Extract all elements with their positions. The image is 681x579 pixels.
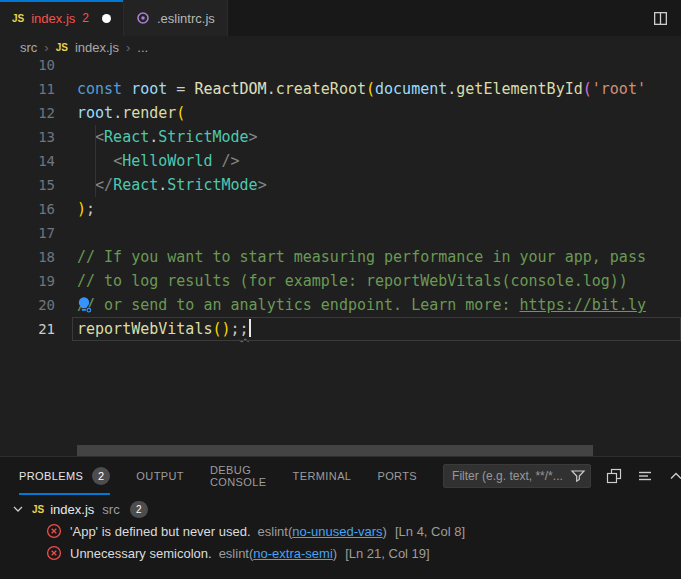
panel-tab-output[interactable]: OUTPUT [136,457,184,495]
tab-index-js[interactable]: JS index.js 2 [0,0,124,36]
panel-tab-label: DEBUG CONSOLE [210,464,267,488]
line-content[interactable]: ); [55,197,681,221]
code-line[interactable]: 21reportWebVitals();; [0,317,681,341]
problems-count-badge: 2 [92,467,110,485]
eslint-icon [136,11,150,25]
code-token: getElementById [456,80,582,98]
line-content[interactable]: </React.StrictMode> [55,173,681,197]
problem-location: [Ln 4, Col 8] [395,524,465,539]
line-content[interactable]: <HelloWorld /> [55,149,681,173]
code-line[interactable]: 20// or send to an analytics endpoint. L… [0,293,681,317]
tab-eslintrc-js[interactable]: .eslintrc.js [124,0,228,36]
js-file-icon: JS [32,504,44,515]
js-file-icon: JS [12,13,24,24]
code-token: > [258,176,267,194]
split-editor-icon[interactable] [652,10,669,27]
code-line[interactable]: 16); [0,197,681,221]
maximize-panel-icon[interactable] [668,468,681,484]
breadcrumb-symbol[interactable]: ... [137,40,148,55]
indent-guide [95,125,96,149]
code-token: // to log results (for example: reportWe… [77,272,628,290]
lightbulb-sparkle-icon[interactable] [75,296,93,314]
panel-tab-ports[interactable]: PORTS [377,457,417,495]
code-token: . [447,80,456,98]
line-number: 15 [0,173,55,197]
code-line[interactable]: 13 <React.StrictMode> [0,125,681,149]
problems-filter [443,464,591,488]
filter-input[interactable] [443,464,591,488]
code-line[interactable]: 12root.render( [0,101,681,125]
code-token [212,152,221,170]
line-content[interactable] [55,221,681,245]
panel-tab-label: PORTS [377,470,417,482]
indent-guide [95,149,96,173]
code-token: ; [240,320,249,338]
panel-tab-problems[interactable]: PROBLEMS2 [19,457,110,495]
tab-label: index.js [31,11,75,26]
code-token: > [249,128,258,146]
collapse-all-icon[interactable] [606,468,622,484]
panel-tab-terminal[interactable]: TERMINAL [293,457,352,495]
panel-tab-debug-console[interactable]: DEBUG CONSOLE [210,457,267,495]
panel-tab-label: TERMINAL [293,470,352,482]
code-token: // If you want to start measuring perfor… [77,248,646,266]
problems-file-row[interactable]: JSindex.jssrc2 [0,498,681,520]
line-number: 13 [0,125,55,149]
horizontal-scrollbar[interactable] [77,445,593,456]
problems-file-path: src [102,502,119,517]
error-icon [46,545,62,561]
modified-dot-icon[interactable] [102,14,111,23]
code-token: React [104,128,149,146]
code-token: // or send to an analytics endpoint. Lea… [77,296,520,314]
editor-tab-bar: JS index.js 2 .eslintrc.js [0,0,681,36]
filter-funnel-icon[interactable] [570,468,586,484]
line-content[interactable]: root.render( [55,101,681,125]
problem-message: Unnecessary semicolon. [70,546,212,561]
problem-item[interactable]: 'App' is defined but never used.eslint(n… [0,520,681,542]
breadcrumb-src[interactable]: src [20,40,37,55]
line-content[interactable]: <React.StrictMode> [55,125,681,149]
line-content[interactable]: // to log results (for example: reportWe… [55,269,681,293]
line-number: 14 [0,149,55,173]
code-token: . [158,176,167,194]
code-token: ; [86,200,95,218]
code-token: </ [95,176,113,194]
rule-link[interactable]: no-extra-semi [253,546,332,561]
breadcrumb-file[interactable]: index.js [75,40,119,55]
panel-tab-bar: PROBLEMS2OUTPUTDEBUG CONSOLETERMINALPORT… [0,457,681,495]
indent-guide [95,173,96,197]
problems-list: JSindex.jssrc2'App' is defined but never… [0,495,681,564]
line-content[interactable]: // If you want to start measuring perfor… [55,245,681,269]
code-token: 'root' [592,80,646,98]
panel-tab-label: OUTPUT [136,470,184,482]
code-token: root [77,104,113,122]
line-content[interactable] [55,58,681,77]
line-content[interactable]: reportWebVitals();; [55,317,681,341]
code-token: ReactDOM [194,80,266,98]
view-menu-icon[interactable] [637,468,653,484]
chevron-down-icon[interactable] [10,501,26,517]
code-token: reportWebVitals [77,320,212,338]
line-content[interactable]: // or send to an analytics endpoint. Lea… [55,293,681,317]
code-line[interactable]: 10 [0,58,681,77]
code-token: ; [231,320,240,338]
line-number: 17 [0,221,55,245]
code-line[interactable]: 15 </React.StrictMode> [0,173,681,197]
line-number: 12 [0,101,55,125]
problem-item[interactable]: Unnecessary semicolon.eslint(no-extra-se… [0,542,681,564]
code-editor[interactable]: 1011const root = ReactDOM.createRoot(doc… [0,58,681,456]
code-token: ) [77,200,86,218]
line-content[interactable]: const root = ReactDOM.createRoot(documen… [55,77,681,101]
code-line[interactable]: 14 <HelloWorld /> [0,149,681,173]
code-line[interactable]: 11const root = ReactDOM.createRoot(docum… [0,77,681,101]
code-line[interactable]: 18// If you want to start measuring perf… [0,245,681,269]
code-token [77,128,95,146]
problem-location: [Ln 21, Col 19] [345,546,430,561]
comment-link[interactable]: https://bit.ly [520,296,646,314]
code-line[interactable]: 19// to log results (for example: report… [0,269,681,293]
code-token: . [113,104,122,122]
code-token: StrictMode [167,176,257,194]
code-line[interactable]: 17 [0,221,681,245]
tab-error-count: 2 [82,11,89,25]
rule-link[interactable]: no-unused-vars [292,524,382,539]
